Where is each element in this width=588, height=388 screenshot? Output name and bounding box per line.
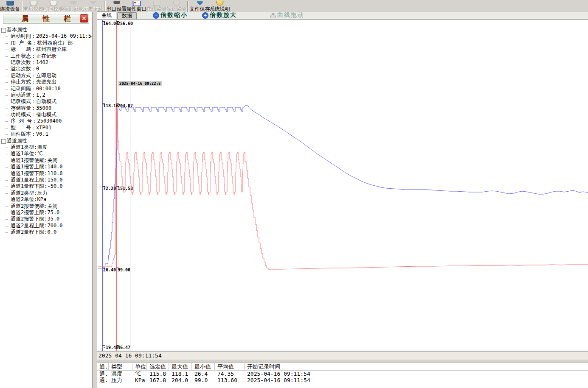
file-save-icon bbox=[196, 1, 204, 6]
tree-item[interactable]: 记录模式：自动模式 bbox=[0, 98, 92, 105]
toolbar-button-stop-monitor[interactable]: 停止监测 bbox=[166, 0, 186, 12]
tree-item[interactable]: 标 题：杭州西府仓库 bbox=[0, 46, 92, 53]
stop-record-icon bbox=[69, 1, 78, 6]
tree-item[interactable]: 溢出次数：0 bbox=[0, 66, 92, 72]
toolbar-button-stop-record[interactable]: 停止记录 bbox=[63, 0, 83, 12]
table-cell: 74.35 bbox=[215, 371, 245, 377]
tree-item-label: 通道1报警下限:110.0 bbox=[11, 170, 63, 176]
toolbar-button-label: 时间校准 bbox=[43, 6, 64, 12]
tree-item[interactable]: 通道1类型:温度 bbox=[0, 144, 92, 151]
toolbar-button-history-download[interactable]: 历史下载 bbox=[83, 0, 103, 12]
tree-item[interactable]: 记录次数：1402 bbox=[0, 59, 92, 66]
tree-root-item[interactable]: 基本属性 bbox=[0, 27, 92, 33]
tree-item[interactable]: 通道2报警上限:75.0 bbox=[0, 209, 92, 216]
close-icon[interactable]: ✕ bbox=[80, 14, 88, 22]
tree-item[interactable]: 固件版本：V0.1 bbox=[0, 131, 92, 137]
tree-item[interactable]: 通道2量程下限:0.0 bbox=[0, 229, 92, 235]
tree-item-label: 通道1类型:温度 bbox=[11, 144, 47, 150]
connect-device-icon bbox=[6, 1, 14, 6]
property-window-icon bbox=[132, 1, 141, 6]
tree-item[interactable]: 型 号：xTP01 bbox=[0, 125, 92, 131]
table-header-cell: 类型 bbox=[109, 363, 132, 370]
tree-root-item[interactable]: 通道属性 bbox=[0, 138, 92, 144]
tree-item[interactable]: 记录间隔：00:00:10 bbox=[0, 86, 92, 92]
table-header-cell: 开始记录时间 bbox=[245, 363, 325, 370]
table-cell: 温度 bbox=[109, 371, 132, 377]
tree-item[interactable]: 通道2量程上限:700.0 bbox=[0, 223, 92, 229]
toolbar-button-label: 串口设置 bbox=[107, 6, 127, 12]
tree-item-label: 通道2类型:压力 bbox=[11, 190, 47, 196]
table-row[interactable]: 通..温度℃115.8118.126.474.352025-04-16 09:1… bbox=[97, 371, 588, 377]
tree-item[interactable]: 通道2报警使能:关闭 bbox=[0, 203, 92, 209]
tree-item-label: 通道1报警使能:关闭 bbox=[11, 157, 57, 163]
tree-item[interactable]: 存储容量：35000 bbox=[0, 105, 92, 112]
tree-item-label: 通道2量程上限:700.0 bbox=[11, 223, 63, 229]
zoom-out-icon bbox=[153, 12, 159, 19]
channel-summary-table: 通.类型单位选定值最大值最小值平均值开始记录时间通..温度℃115.8118.1… bbox=[97, 363, 588, 388]
toolbar-button-time-calibrate[interactable]: 时间校准 bbox=[43, 0, 63, 12]
tree-item[interactable]: 停止方式：先进先出 bbox=[0, 79, 92, 85]
tree-item[interactable]: 工作状态：正在记录 bbox=[0, 53, 92, 59]
tree-item-label: 通道2量程下限:0.0 bbox=[11, 229, 56, 235]
tree-item[interactable]: 启动方式：立即启动 bbox=[0, 73, 92, 79]
tree-item-label: 通道2单位:KPa bbox=[11, 196, 46, 202]
tree-item[interactable]: 通道1量程下限:-50.0 bbox=[0, 183, 92, 190]
tree-item-label: 序 列 号：25030400 bbox=[11, 118, 62, 124]
tree-item[interactable]: 通道1报警上限:140.0 bbox=[0, 164, 92, 170]
curve-plot-area[interactable]: 2025-04-16 09:22:5 164.04118.1672.2826.4… bbox=[97, 19, 588, 351]
tree-item[interactable]: 通道1量程上限:150.0 bbox=[0, 177, 92, 183]
tree-item[interactable]: 通道2类型:压力 bbox=[0, 190, 92, 196]
tree-item-label: 功耗模式：省电模式 bbox=[11, 112, 56, 117]
toolbar-button-system-help[interactable]: 系统说明 bbox=[210, 0, 230, 12]
toolbar-button-restart[interactable]: 重启仪器 bbox=[23, 0, 43, 12]
tree-item[interactable]: 通道2报警下限:35.0 bbox=[0, 216, 92, 222]
tree-item[interactable]: 通道1单位:℃ bbox=[0, 151, 92, 157]
table-cell: 通.. bbox=[97, 371, 109, 377]
time-calibrate-icon bbox=[49, 1, 58, 6]
toolbar-button-label: 重启仪器 bbox=[23, 6, 44, 12]
tree-item[interactable]: 功耗模式：省电模式 bbox=[0, 112, 92, 118]
restart-icon bbox=[29, 1, 38, 6]
toolbar-button-property-window[interactable]: 属性窗口 bbox=[127, 0, 146, 12]
chart-statusbar: 2025-04-16 09:11:54 bbox=[97, 351, 588, 360]
tree-item-label: 标 题：杭州西府仓库 bbox=[11, 46, 67, 52]
table-cell: 26.4 bbox=[192, 371, 215, 377]
table-header-cell: 通. bbox=[97, 363, 109, 370]
tree-item[interactable]: 启动时间：2025-04-16 09:11:54 bbox=[0, 33, 92, 39]
tree-item-label: 通道2报警下限:35.0 bbox=[11, 216, 59, 222]
toolbar-button-serial-port[interactable]: 串口设置 bbox=[107, 0, 127, 12]
tab-data[interactable]: 数据 bbox=[117, 12, 137, 19]
table-cell: 通.. bbox=[97, 377, 109, 383]
tree-item[interactable]: 用 户 名：杭州西府生厂部 bbox=[0, 40, 92, 46]
toolbar-button-file-save[interactable]: 文件保存 bbox=[190, 0, 210, 12]
table-cell: ℃ bbox=[132, 371, 147, 377]
tree-item[interactable]: 通道2单位:KPa bbox=[0, 196, 92, 203]
tree-item-label: 固件版本：V0.1 bbox=[11, 131, 48, 137]
property-panel: 属 性 栏 ✕ 基本属性启动时间：2025-04-16 09:11:54用 户 … bbox=[0, 12, 92, 388]
app-window: 连接设备重启仪器时间校准停止记录历史下载串口设置属性窗口在线监测停止监测文件保存… bbox=[0, 0, 588, 388]
table-header-cell: 单位 bbox=[132, 363, 147, 370]
tree-item-label: 启动方式：立即启动 bbox=[11, 73, 56, 78]
curve-drag-button[interactable]: 曲线拖动 bbox=[270, 11, 304, 19]
tree-item-label: 通道2报警使能:关闭 bbox=[11, 203, 57, 209]
chart-tabstrip: 曲线 数据 倍数缩小 倍数放大 曲线拖动 bbox=[97, 12, 588, 19]
toolbar-button-label: 连接设备 bbox=[0, 6, 20, 12]
tree-item[interactable]: 启动通道：1,2 bbox=[0, 92, 92, 98]
tree-item-label: 存储容量：35000 bbox=[11, 105, 51, 111]
property-tree: 基本属性启动时间：2025-04-16 09:11:54用 户 名：杭州西府生厂… bbox=[0, 27, 92, 236]
table-header-cell: 最小值 bbox=[192, 363, 215, 370]
cursor-time-tooltip: 2025-04-16 09:22:5 bbox=[118, 81, 162, 86]
tree-item[interactable]: 序 列 号：25030400 bbox=[0, 118, 92, 124]
tree-item[interactable]: 通道1报警下限:110.0 bbox=[0, 170, 92, 177]
toolbar-button-connect-device[interactable]: 连接设备 bbox=[0, 0, 20, 12]
tree-item-label: 通道属性 bbox=[7, 138, 27, 144]
zoom-out-button[interactable]: 倍数缩小 bbox=[153, 11, 188, 19]
tree-item[interactable]: 通道1报警使能:关闭 bbox=[0, 157, 92, 164]
table-header-cell: 最大值 bbox=[169, 363, 192, 370]
table-row[interactable]: 通..压力KPa167.8204.099.0113.602025-04-16 0… bbox=[97, 377, 588, 383]
table-cell: 167.8 bbox=[147, 377, 169, 383]
tab-curve[interactable]: 曲线 bbox=[97, 11, 116, 19]
table-cell: 2025-04-16 09:11:54 bbox=[245, 371, 325, 377]
toolbar-button-online-monitor[interactable]: 在线监测 bbox=[146, 0, 166, 12]
zoom-in-button[interactable]: 倍数放大 bbox=[202, 11, 237, 19]
